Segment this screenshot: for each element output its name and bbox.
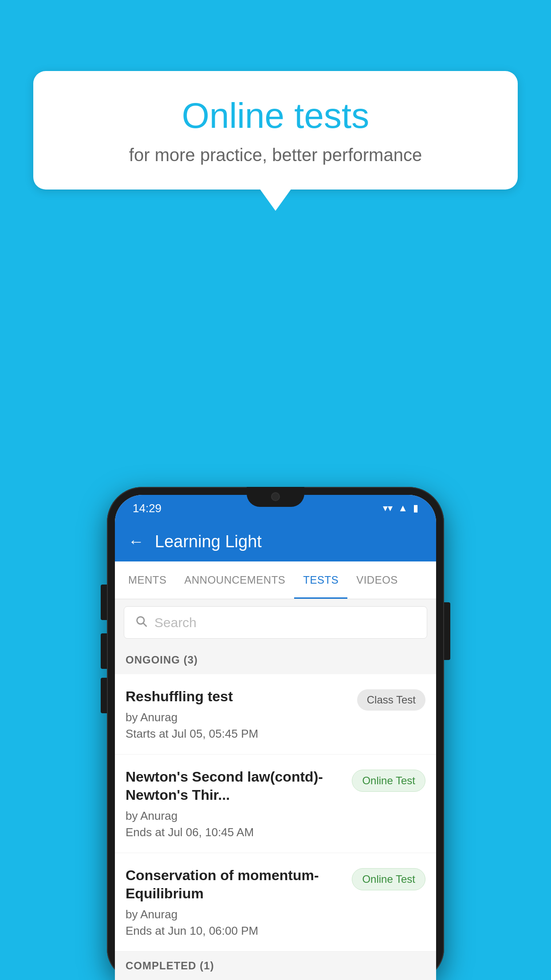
test-by: by Anurag: [126, 908, 343, 921]
speech-bubble: Online tests for more practice, better p…: [33, 71, 518, 190]
tabs-bar: MENTS ANNOUNCEMENTS TESTS VIDEOS: [115, 561, 436, 599]
wifi-icon: ▾▾: [383, 502, 393, 514]
test-date: Starts at Jul 05, 05:45 PM: [126, 727, 348, 741]
speech-bubble-container: Online tests for more practice, better p…: [33, 71, 518, 190]
camera-cutout: [271, 492, 280, 501]
search-placeholder: Search: [154, 615, 197, 630]
tab-videos[interactable]: VIDEOS: [347, 561, 407, 599]
status-time: 14:29: [133, 502, 161, 515]
test-info: Conservation of momentum-Equilibrium by …: [126, 866, 343, 938]
signal-icon: ▲: [398, 502, 408, 514]
test-info: Reshuffling test by Anurag Starts at Jul…: [126, 688, 348, 741]
test-by: by Anurag: [126, 809, 343, 823]
svg-line-1: [143, 623, 146, 626]
test-badge: Online Test: [352, 770, 425, 792]
tab-announcements[interactable]: ANNOUNCEMENTS: [176, 561, 295, 599]
tab-ments[interactable]: MENTS: [119, 561, 176, 599]
test-name: Conservation of momentum-Equilibrium: [126, 866, 343, 903]
speech-bubble-subtitle: for more practice, better performance: [60, 145, 491, 165]
phone-screen: 14:29 ▾▾ ▲ ▮ ← Learning Light MENTS ANNO…: [115, 495, 436, 980]
test-by: by Anurag: [126, 711, 348, 724]
status-icons: ▾▾ ▲ ▮: [383, 502, 418, 514]
phone-notch: [247, 487, 304, 507]
test-name: Newton's Second law(contd)-Newton's Thir…: [126, 768, 343, 805]
search-container: Search: [115, 599, 436, 646]
app-header: ← Learning Light: [115, 522, 436, 561]
ongoing-section-header: ONGOING (3): [115, 646, 436, 674]
test-badge: Online Test: [352, 868, 425, 890]
tab-tests[interactable]: TESTS: [294, 561, 347, 599]
phone-mockup: 14:29 ▾▾ ▲ ▮ ← Learning Light MENTS ANNO…: [107, 487, 444, 980]
test-item[interactable]: Newton's Second law(contd)-Newton's Thir…: [115, 755, 436, 853]
phone-outer: 14:29 ▾▾ ▲ ▮ ← Learning Light MENTS ANNO…: [107, 487, 444, 980]
test-list: Reshuffling test by Anurag Starts at Jul…: [115, 674, 436, 952]
battery-icon: ▮: [413, 502, 418, 514]
test-date: Ends at Jun 10, 06:00 PM: [126, 924, 343, 938]
search-icon: [135, 615, 147, 630]
completed-section-header: COMPLETED (1): [115, 952, 436, 980]
app-title: Learning Light: [155, 532, 262, 551]
test-item[interactable]: Reshuffling test by Anurag Starts at Jul…: [115, 674, 436, 755]
back-button[interactable]: ←: [128, 532, 144, 551]
test-badge: Class Test: [357, 689, 425, 711]
search-box[interactable]: Search: [124, 606, 427, 639]
test-date: Ends at Jul 06, 10:45 AM: [126, 826, 343, 839]
speech-bubble-title: Online tests: [60, 95, 491, 136]
test-info: Newton's Second law(contd)-Newton's Thir…: [126, 768, 343, 839]
test-name: Reshuffling test: [126, 688, 348, 706]
test-item[interactable]: Conservation of momentum-Equilibrium by …: [115, 853, 436, 952]
